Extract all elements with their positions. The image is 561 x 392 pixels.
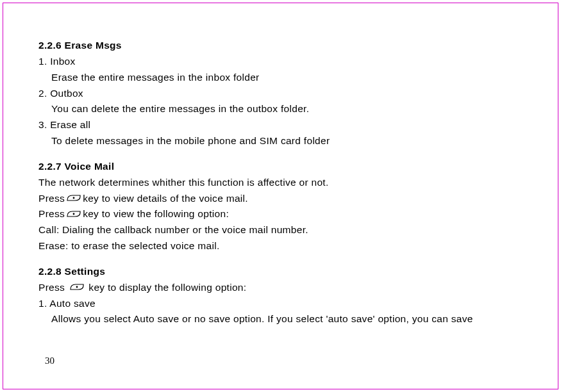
softkey-icon [66,210,81,218]
item-eraseall-desc: To delete messages in the mobile phone a… [38,133,529,149]
item-autosave-desc: Allows you select Auto save or no save o… [38,311,529,327]
voicemail-line4: Call: Dialing the callback number or the… [38,222,529,238]
item-outbox-title: 2. Outbox [38,86,529,102]
text-press: Press [38,280,68,296]
softkey-icon [69,283,85,291]
heading-voice-mail: 2.2.7 Voice Mail [38,161,529,172]
item-eraseall-title: 3. Erase all [38,117,529,133]
item-autosave-title: 1. Auto save [38,296,529,312]
voicemail-line3: Press key to view the following option: [38,206,529,222]
voicemail-line2: Press key to view details of the voice m… [38,191,529,207]
item-inbox-title: 1. Inbox [38,54,529,70]
svg-point-2 [76,286,78,288]
page-number: 30 [45,355,54,366]
voicemail-line5: Erase: to erase the selected voice mail. [38,238,529,254]
text-after-key: key to display the following option: [86,280,247,296]
document-content: 2.2.6 Erase Msgs 1. Inbox Erase the enti… [38,40,529,327]
text-press: Press [38,206,65,222]
settings-line1: Press key to display the following optio… [38,280,529,296]
voicemail-line1: The network determines whither this func… [38,175,529,191]
item-outbox-desc: You can delete the entire messages in th… [38,101,529,117]
heading-settings: 2.2.8 Settings [38,266,529,277]
softkey-icon [66,194,81,202]
text-after-key: key to view the following option: [83,206,229,222]
text-press: Press [38,191,65,207]
item-inbox-desc: Erase the entire messages in the inbox f… [38,70,529,86]
svg-point-0 [73,197,75,199]
svg-point-1 [73,213,75,215]
heading-erase-msgs: 2.2.6 Erase Msgs [38,40,529,51]
text-after-key: key to view details of the voice mail. [83,191,248,207]
